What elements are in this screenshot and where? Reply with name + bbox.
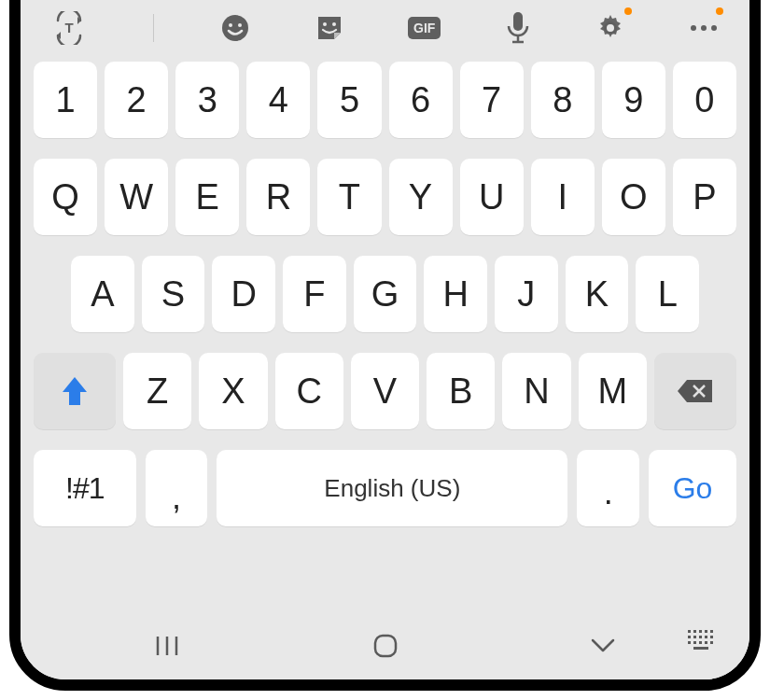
svg-rect-20 — [693, 630, 696, 633]
key-1[interactable]: 1 — [34, 62, 97, 138]
key-v[interactable]: V — [351, 353, 419, 429]
nav-home[interactable] — [276, 629, 495, 663]
keyboard-container: T — [21, 0, 749, 679]
more-notification-dot — [716, 7, 723, 15]
svg-point-3 — [238, 23, 242, 27]
navigation-bar — [21, 618, 749, 679]
key-5[interactable]: 5 — [317, 62, 381, 138]
key-p[interactable]: P — [673, 159, 736, 235]
key-b[interactable]: B — [427, 353, 495, 429]
key-2[interactable]: 2 — [105, 62, 168, 138]
home-icon — [371, 632, 399, 660]
svg-rect-32 — [705, 641, 707, 644]
key-f[interactable]: F — [283, 256, 346, 332]
key-j[interactable]: J — [495, 256, 558, 332]
key-backspace[interactable] — [654, 353, 736, 429]
emoji-icon[interactable] — [220, 9, 250, 47]
key-h[interactable]: H — [424, 256, 487, 332]
qwerty-row: Q W E R T Y U I O P — [34, 159, 736, 235]
svg-rect-25 — [693, 636, 696, 638]
key-d[interactable]: D — [212, 256, 275, 332]
settings-notification-dot — [624, 7, 632, 15]
key-q[interactable]: Q — [34, 159, 97, 235]
nav-back[interactable] — [494, 629, 712, 663]
svg-rect-24 — [688, 636, 691, 638]
text-mode-icon[interactable]: T — [52, 9, 86, 47]
phone-frame: T — [9, 0, 761, 691]
svg-point-11 — [701, 25, 707, 31]
key-i[interactable]: I — [531, 159, 595, 235]
mic-icon[interactable] — [504, 9, 532, 47]
key-9[interactable]: 9 — [602, 62, 665, 138]
key-r[interactable]: R — [246, 159, 310, 235]
key-m[interactable]: M — [579, 353, 647, 429]
svg-rect-23 — [710, 630, 713, 633]
bottom-row: !#1 , English (US) . Go — [34, 450, 736, 526]
gif-label: GIF — [413, 21, 435, 35]
keyboard-grid-icon — [688, 630, 716, 651]
svg-text:T: T — [64, 20, 73, 35]
svg-rect-22 — [705, 630, 707, 633]
keyboard-collapse-icon[interactable] — [688, 623, 716, 657]
key-go[interactable]: Go — [649, 450, 736, 526]
svg-rect-26 — [699, 636, 702, 638]
gif-icon[interactable]: GIF — [408, 17, 441, 39]
key-3[interactable]: 3 — [175, 62, 239, 138]
svg-rect-30 — [693, 641, 696, 644]
key-area: 1 2 3 4 5 6 7 8 9 0 Q W E R T Y U I O — [21, 56, 749, 618]
key-y[interactable]: Y — [389, 159, 453, 235]
key-s[interactable]: S — [142, 256, 205, 332]
key-0[interactable]: 0 — [673, 62, 736, 138]
key-symbols[interactable]: !#1 — [34, 450, 136, 526]
svg-point-9 — [607, 24, 614, 32]
svg-point-4 — [323, 22, 327, 26]
svg-point-10 — [691, 25, 696, 31]
key-l[interactable]: L — [636, 256, 699, 332]
key-comma[interactable]: , — [146, 450, 208, 526]
zxc-row: Z X C V B N M — [34, 353, 736, 429]
nav-recents[interactable] — [58, 629, 276, 663]
sticker-icon[interactable] — [314, 9, 345, 47]
key-k[interactable]: K — [566, 256, 629, 332]
svg-rect-34 — [693, 647, 708, 650]
key-8[interactable]: 8 — [531, 62, 595, 138]
svg-point-5 — [332, 22, 336, 26]
key-w[interactable]: W — [105, 159, 168, 235]
key-n[interactable]: N — [502, 353, 570, 429]
asdf-row: A S D F G H J K L — [34, 256, 736, 332]
svg-point-2 — [229, 23, 232, 27]
key-period[interactable]: . — [577, 450, 639, 526]
svg-point-1 — [222, 15, 248, 41]
key-4[interactable]: 4 — [246, 62, 310, 138]
key-g[interactable]: G — [354, 256, 417, 332]
key-e[interactable]: E — [175, 159, 239, 235]
key-a[interactable]: A — [71, 256, 134, 332]
recents-icon — [154, 633, 180, 659]
svg-rect-29 — [688, 641, 691, 644]
number-row: 1 2 3 4 5 6 7 8 9 0 — [34, 62, 736, 138]
key-o[interactable]: O — [602, 159, 665, 235]
key-6[interactable]: 6 — [389, 62, 453, 138]
more-icon[interactable] — [690, 9, 718, 47]
chevron-down-icon — [589, 637, 617, 655]
settings-icon[interactable] — [595, 9, 626, 47]
svg-rect-33 — [710, 641, 713, 644]
svg-rect-27 — [705, 636, 707, 638]
backspace-icon — [677, 378, 714, 404]
key-space[interactable]: English (US) — [217, 450, 567, 526]
key-t[interactable]: T — [317, 159, 381, 235]
key-x[interactable]: X — [199, 353, 267, 429]
key-c[interactable]: C — [275, 353, 343, 429]
svg-rect-6 — [513, 12, 523, 31]
shift-arrow-icon — [61, 375, 89, 407]
keyboard-toolbar: T — [21, 0, 749, 56]
key-shift[interactable] — [34, 353, 116, 429]
svg-rect-18 — [375, 636, 396, 656]
svg-rect-31 — [699, 641, 702, 644]
svg-rect-19 — [688, 630, 691, 633]
svg-point-12 — [711, 25, 717, 31]
key-7[interactable]: 7 — [460, 62, 524, 138]
key-u[interactable]: U — [460, 159, 524, 235]
svg-rect-21 — [699, 630, 702, 633]
key-z[interactable]: Z — [123, 353, 191, 429]
